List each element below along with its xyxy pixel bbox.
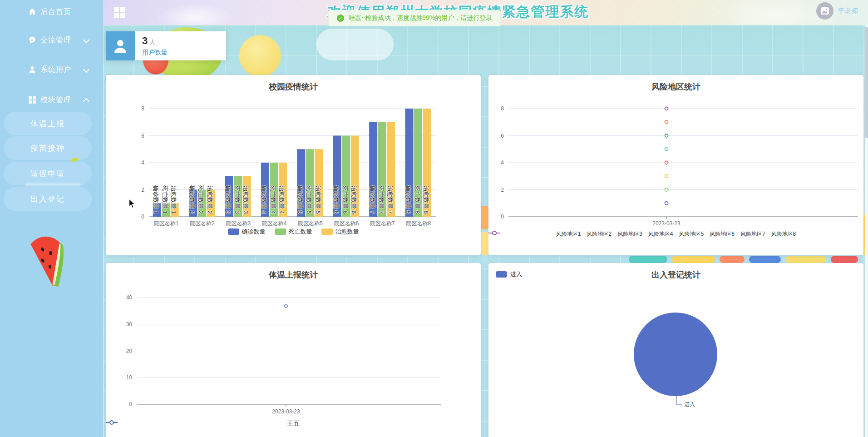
legend-line-marker bbox=[106, 420, 118, 425]
sidebar-subitem-vaccination[interactable]: 疫苗接种 bbox=[4, 136, 92, 160]
decor-candy bbox=[720, 256, 745, 263]
legend-item-risk[interactable]: 风险地区3 bbox=[617, 230, 642, 238]
svg-text:20: 20 bbox=[126, 348, 133, 354]
grid-icon bbox=[28, 96, 36, 104]
legend-label: 确诊数量 bbox=[242, 228, 266, 236]
legend-label: 死亡数量 bbox=[289, 228, 312, 236]
svg-text:40: 40 bbox=[126, 294, 133, 301]
user-count-value: 3 bbox=[142, 35, 148, 46]
main-content: 3人 用户数量 校园疫情统计 02468院区名称1院区名称2院区名称3院区名称4… bbox=[103, 25, 868, 437]
bar-value-label: 确诊数量 6 bbox=[332, 185, 340, 214]
legend-line-marker bbox=[488, 230, 500, 236]
chart-card-risk-areas: 风险地区统计 024682023-03-23风险地区1风险地区2风险地区3风险地… bbox=[488, 75, 863, 255]
legend-item-bar[interactable]: 死亡数量 bbox=[275, 228, 312, 236]
bar-value-label: 死亡数量 1 bbox=[161, 185, 169, 214]
bar-value-label: 死亡数量 6 bbox=[341, 185, 349, 214]
svg-text:院区名称5: 院区名称5 bbox=[298, 220, 323, 227]
svg-text:院区名称8: 院区名称8 bbox=[406, 220, 431, 227]
svg-text:4: 4 bbox=[141, 159, 144, 166]
legend-swatch bbox=[321, 228, 333, 235]
sidebar: 后台首页 交流管理 系统用户 模块管理 体温上报 疫苗接种 bbox=[0, 0, 103, 437]
app-window: 后台首页 交流管理 系统用户 模块管理 体温上报 疫苗接种 bbox=[0, 0, 868, 437]
line-chart-canvas: 024682023-03-23风险地区1风险地区2风险地区3风险地区4风险地区5… bbox=[488, 75, 863, 255]
sidebar-subitem-leave-request[interactable]: 请假申请 bbox=[4, 162, 92, 185]
legend-item-risk[interactable]: 风险地区2 bbox=[587, 230, 612, 238]
bar-chart-canvas: 02468院区名称1院区名称2院区名称3院区名称4院区名称5院区名称6院区名称7… bbox=[106, 75, 481, 255]
bar-value-label: 死亡数量 4 bbox=[269, 185, 277, 214]
sidebar-subitem-temperature-report[interactable]: 体温上报 bbox=[4, 112, 92, 135]
legend-label: 风险地区1 bbox=[556, 230, 581, 238]
chevron-down-icon bbox=[83, 66, 89, 73]
legend-label: 进入 bbox=[510, 270, 522, 278]
decor-candy bbox=[480, 206, 488, 229]
user-count-card: 3人 用户数量 bbox=[106, 31, 226, 60]
svg-text:6: 6 bbox=[141, 133, 144, 139]
picture-icon bbox=[820, 7, 829, 15]
svg-text:10: 10 bbox=[126, 374, 133, 381]
bar-value-label: 确诊数量 2 bbox=[188, 185, 196, 214]
bar-value-label: 治愈数量 8 bbox=[422, 185, 430, 214]
bar-value-label: 确诊数量 1 bbox=[152, 185, 160, 214]
toast-message: 哇塞~检验成功，速度战胜99%的用户，请进行登录 bbox=[349, 14, 492, 22]
legend-item-bar[interactable]: 治愈数量 bbox=[321, 228, 359, 236]
user-profile[interactable]: 李老师 bbox=[816, 2, 858, 20]
chat-icon bbox=[28, 36, 36, 44]
user-count-unit: 人 bbox=[149, 39, 155, 45]
scrollbar-track[interactable] bbox=[865, 25, 868, 437]
sidebar-item-label: 系统用户 bbox=[40, 65, 71, 74]
legend-label: 风险地区3 bbox=[617, 230, 642, 238]
svg-text:院区名称4: 院区名称4 bbox=[262, 220, 287, 227]
sidebar-item-home[interactable]: 后台首页 bbox=[0, 3, 103, 21]
legend-item-person[interactable]: 王五 bbox=[287, 420, 300, 428]
bar-value-label: 治愈数量 6 bbox=[350, 185, 358, 214]
decor-candy bbox=[831, 256, 858, 263]
legend-item-risk[interactable]: 风险地区7 bbox=[740, 230, 765, 238]
decor-cloud bbox=[316, 29, 394, 60]
decor-candy bbox=[785, 256, 826, 263]
chart-card-temperature: 体温上报统计 0102030402023-03-23王五 bbox=[106, 263, 481, 437]
bar-value-label: 治愈数量 2 bbox=[206, 185, 214, 214]
chevron-down-icon bbox=[83, 37, 89, 43]
chart-title: 出入登记统计 bbox=[488, 269, 863, 280]
legend-item-risk[interactable]: 风险地区1 bbox=[556, 230, 581, 238]
bar-value-label: 治愈数量 5 bbox=[314, 185, 322, 214]
legend-label: 治愈数量 bbox=[335, 228, 359, 236]
legend-item-risk[interactable]: 风险地区6 bbox=[710, 230, 735, 238]
svg-text:院区名称3: 院区名称3 bbox=[226, 220, 251, 227]
sidebar-item-communication[interactable]: 交流管理 bbox=[0, 31, 103, 49]
chart-title: 体温上报统计 bbox=[106, 269, 481, 280]
legend-item-risk[interactable]: 风险地区5 bbox=[679, 230, 704, 238]
svg-text:院区名称7: 院区名称7 bbox=[370, 220, 395, 227]
bar-value-label: 死亡数量 7 bbox=[377, 185, 385, 214]
chart-card-entry-exit: 出入登记统计 进入 进入 bbox=[488, 263, 863, 437]
legend-item-risk[interactable]: 风险地区4 bbox=[648, 230, 673, 238]
bar-value-label: 确诊数量 3 bbox=[224, 185, 232, 214]
decor-fruit-yellow bbox=[239, 35, 281, 77]
sidebar-item-modules[interactable]: 模块管理 bbox=[0, 91, 103, 109]
scrollbar-thumb[interactable] bbox=[865, 27, 868, 138]
sidebar-item-label: 后台首页 bbox=[40, 7, 71, 17]
decor-candy bbox=[672, 256, 715, 263]
bar-value-label: 死亡数量 3 bbox=[233, 185, 241, 214]
sidebar-item-system-users[interactable]: 系统用户 bbox=[0, 60, 103, 79]
svg-text:2: 2 bbox=[501, 187, 504, 193]
bar-value-label: 确诊数量 4 bbox=[260, 185, 268, 214]
legend-item-risk[interactable]: 风险地区8 bbox=[771, 230, 796, 238]
svg-text:院区名称1: 院区名称1 bbox=[154, 220, 179, 227]
avatar bbox=[816, 2, 833, 20]
svg-text:8: 8 bbox=[141, 105, 144, 112]
bar-value-label: 死亡数量 5 bbox=[305, 185, 313, 214]
bar-value-label: 治愈数量 3 bbox=[242, 185, 250, 214]
sidebar-subitem-entry-exit[interactable]: 出入登记 bbox=[4, 187, 92, 211]
legend-label: 风险地区7 bbox=[740, 230, 765, 238]
legend-label: 风险地区6 bbox=[710, 230, 735, 238]
legend-label: 风险地区2 bbox=[587, 230, 612, 238]
chevron-up-icon bbox=[83, 98, 89, 104]
legend-item-bar[interactable]: 确诊数量 bbox=[228, 228, 266, 236]
line-chart-canvas: 0102030402023-03-23王五 bbox=[106, 263, 481, 437]
decor-faint-text bbox=[25, 183, 80, 186]
pie-legend-item[interactable]: 进入 bbox=[496, 270, 522, 278]
svg-text:2023-03-23: 2023-03-23 bbox=[272, 408, 300, 415]
svg-text:进入: 进入 bbox=[684, 401, 695, 407]
svg-text:2: 2 bbox=[141, 187, 144, 193]
